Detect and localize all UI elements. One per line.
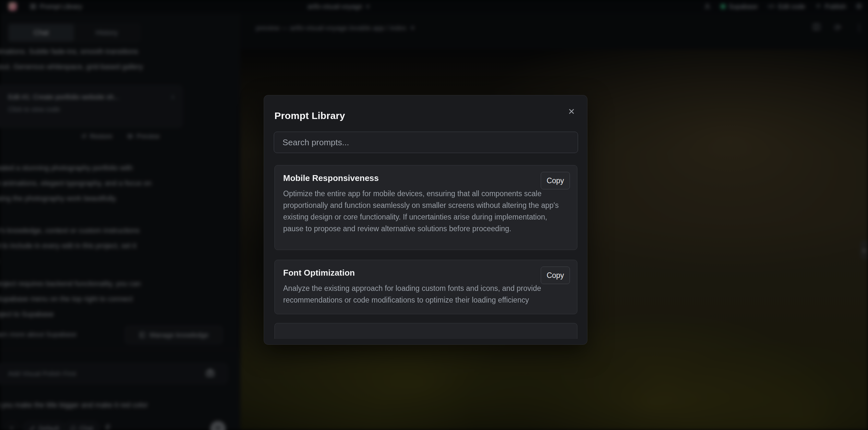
prompt-card[interactable]: Mobile Responsiveness Copy Optimize the … xyxy=(274,165,577,250)
prompt-card-description: Optimize the entire app for mobile devic… xyxy=(283,188,568,235)
copy-button[interactable]: Copy xyxy=(541,267,570,284)
prompt-library-modal: Prompt Library ✕ Mobile Responsiveness C… xyxy=(264,95,587,345)
prompt-card-partial[interactable] xyxy=(274,323,577,339)
app-window: Prompt Library artfo-visual-voyage ▾ Sup… xyxy=(0,0,868,430)
search-input[interactable] xyxy=(274,132,578,153)
copy-button[interactable]: Copy xyxy=(541,172,570,189)
modal-title: Prompt Library xyxy=(274,110,345,121)
prompt-card-title: Font Optimization xyxy=(283,268,568,278)
prompt-card[interactable]: Font Optimization Copy Analyze the exist… xyxy=(274,260,577,314)
prompt-card-title: Mobile Responsiveness xyxy=(283,173,568,183)
close-icon[interactable]: ✕ xyxy=(566,106,577,117)
prompt-card-description: Analyze the existing approach for loadin… xyxy=(283,282,568,306)
